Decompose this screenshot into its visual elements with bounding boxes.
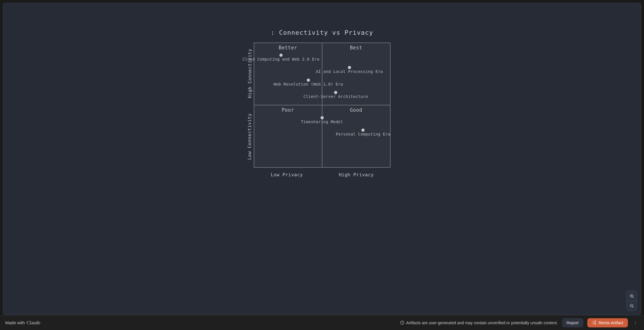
zoom-in-icon: [629, 294, 634, 298]
svg-line-12: [593, 321, 593, 322]
svg-line-5: [632, 307, 633, 308]
artifact-frame: : Connectivity vs Privacy High Connectiv…: [3, 3, 641, 315]
svg-point-13: [635, 321, 636, 322]
data-point: [320, 116, 324, 119]
zoom-out-button[interactable]: [627, 301, 637, 310]
artifact-warning: Artifacts are user-generated and may con…: [400, 321, 558, 325]
data-point-label: Web Revolution (Web 1.0) Era: [274, 82, 343, 86]
data-point: [362, 129, 365, 132]
made-with-prefix: Made with: [5, 320, 25, 325]
report-button[interactable]: Report: [562, 318, 583, 327]
info-icon: [400, 321, 404, 325]
shuffle-icon: [592, 321, 596, 325]
chart-title: : Connectivity vs Privacy: [254, 29, 391, 36]
svg-point-9: [402, 322, 402, 322]
data-point: [348, 66, 351, 69]
warning-text: Artifacts are user-generated and may con…: [406, 321, 558, 325]
quadrant-label: Best: [350, 45, 362, 51]
x-axis-label-high: High Privacy: [339, 172, 374, 177]
data-point: [279, 53, 282, 57]
data-point-label: Cloud Computing and Web 2.0 Era: [242, 57, 320, 61]
claude-brand: Claude: [26, 320, 40, 326]
kebab-icon: [633, 321, 638, 325]
quadrant-bottom-left: Poor: [254, 105, 322, 167]
y-axis-label-high: High Connectivity: [247, 49, 252, 98]
zoom-out-icon: [629, 303, 634, 308]
data-point-label: AI and Local Processing Era: [316, 69, 383, 74]
quadrant-chart: : Connectivity vs Privacy High Connectiv…: [254, 29, 391, 168]
footer-bar: Made with Claude Artifacts are user-gene…: [0, 315, 644, 330]
svg-line-1: [632, 297, 633, 298]
remix-label: Remix Artifact: [599, 321, 623, 325]
zoom-controls: [626, 291, 637, 311]
chart-plot-area: High Connectivity Low Connectivity Low P…: [254, 43, 391, 168]
quadrant-label: Better: [279, 45, 297, 51]
data-point-label: Personal Computing Era: [336, 132, 390, 136]
quadrant-label: Poor: [282, 107, 294, 113]
more-options-button[interactable]: [632, 319, 639, 326]
made-with-claude[interactable]: Made with Claude: [5, 320, 41, 326]
svg-point-15: [635, 324, 636, 324]
x-axis-label-low: Low Privacy: [271, 172, 303, 177]
y-axis-label-low: Low Connectivity: [246, 113, 252, 160]
data-point-label: Client-Server Architecture: [303, 94, 368, 99]
remix-artifact-button[interactable]: Remix Artifact: [587, 318, 628, 327]
zoom-in-button[interactable]: [627, 291, 637, 301]
quadrant-label: Good: [350, 107, 362, 113]
svg-point-14: [635, 322, 636, 323]
data-point: [334, 91, 337, 94]
data-point-label: Timesharing Model: [301, 119, 343, 124]
data-point: [307, 78, 310, 82]
